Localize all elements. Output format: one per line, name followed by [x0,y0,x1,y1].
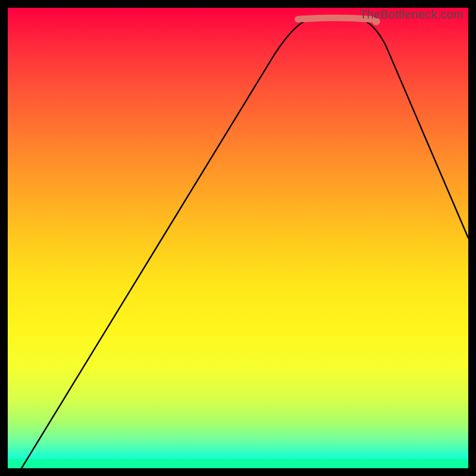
bottleneck-curve-path [21,19,468,468]
plot-area: TheBottleneck.com [8,8,468,468]
outer-frame: TheBottleneck.com [0,0,476,476]
curve-layer [8,8,468,468]
watermark-text: TheBottleneck.com [359,8,464,21]
